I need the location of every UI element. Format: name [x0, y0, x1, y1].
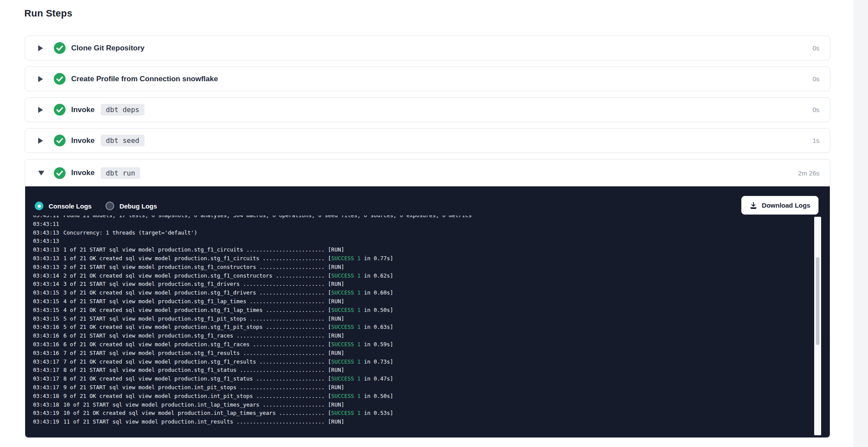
step-label: Clone Git Repository [71, 44, 145, 53]
chevron-down-icon[interactable] [38, 169, 44, 176]
log-line: 03:43:154 of 21 OK created sql view mode… [33, 306, 819, 315]
log-viewport[interactable]: 03:43:11Found 21 models, 17 tests, 0 sna… [33, 215, 819, 432]
log-line: 03:43:178 of 21 OK created sql view mode… [33, 374, 819, 383]
log-line: 03:43:167 of 21 START sql view model pro… [33, 349, 819, 358]
success-check-icon [54, 42, 66, 54]
log-type-tabs: Console Logs Debug Logs [35, 202, 157, 210]
step-duration: 1s [812, 137, 819, 144]
step-label: Create Profile from Connection snowflake [71, 75, 218, 83]
step-row[interactable]: Invoke dbt deps 0s [25, 98, 830, 122]
success-check-icon [54, 73, 66, 85]
step-row[interactable]: Invoke dbt seed 1s [25, 129, 830, 152]
step-command-badge: dbt run [101, 167, 140, 179]
step-duration: 2m 26s [798, 169, 819, 177]
step-duration: 0s [812, 75, 819, 83]
step-command-badge: dbt seed [101, 135, 145, 146]
step-card-dbt-run: Invoke dbt run 2m 26s Console Logs Debug… [25, 159, 830, 438]
log-line: 03:43:131 of 21 OK created sql view mode… [33, 254, 819, 263]
log-scrollbar-track[interactable] [814, 217, 821, 435]
step-command-badge: dbt deps [101, 104, 145, 116]
step-card-dbt-deps: Invoke dbt deps 0s [25, 97, 830, 122]
log-line: 03:43:1911 of 21 START sql view model pr… [33, 417, 819, 426]
debug-logs-radio[interactable] [105, 202, 114, 210]
log-line: 03:43:153 of 21 OK created sql view mode… [33, 288, 819, 297]
console-logs-label: Console Logs [49, 202, 92, 210]
log-line: 03:43:13Concurrency: 1 threads (target='… [33, 228, 819, 237]
step-row[interactable]: Invoke dbt run 2m 26s [25, 159, 830, 186]
log-line: 03:43:1910 of 21 OK created sql view mod… [33, 409, 819, 417]
step-duration: 0s [812, 106, 819, 113]
log-line: 03:43:13 [33, 237, 819, 245]
log-line: 03:43:1810 of 21 START sql view model pr… [33, 401, 819, 409]
chevron-right-icon[interactable] [38, 76, 44, 83]
step-label: Invoke [71, 169, 95, 177]
step-card-clone-git: Clone Git Repository 0s [25, 36, 830, 60]
log-line: 03:43:179 of 21 START sql view model pro… [33, 383, 819, 392]
chevron-right-icon[interactable] [38, 45, 44, 52]
debug-logs-label: Debug Logs [119, 202, 157, 210]
log-line: 03:43:131 of 21 START sql view model pro… [33, 245, 819, 254]
log-line: 03:43:189 of 21 OK created sql view mode… [33, 392, 819, 401]
right-panel-edge [854, 0, 868, 447]
download-logs-label: Download Logs [762, 202, 810, 209]
page-title: Run Steps [24, 8, 72, 19]
console-panel: Console Logs Debug Logs Download Logs [25, 186, 830, 437]
log-line: 03:43:166 of 21 OK created sql view mode… [33, 340, 819, 349]
log-line: 03:43:177 of 21 OK created sql view mode… [33, 358, 819, 366]
step-card-create-profile: Create Profile from Connection snowflake… [25, 66, 830, 91]
download-icon [750, 202, 757, 209]
debug-logs-group: Debug Logs [105, 202, 157, 210]
step-label: Invoke [71, 106, 95, 114]
log-line: 03:43:155 of 21 START sql view model pro… [33, 315, 819, 323]
log-lines: 03:43:11Found 21 models, 17 tests, 0 sna… [33, 215, 819, 426]
log-line: 03:43:178 of 21 START sql view model pro… [33, 366, 819, 374]
log-line: 03:43:142 of 21 OK created sql view mode… [33, 272, 819, 280]
log-line: 03:43:11 [33, 220, 819, 228]
log-scrollbar-thumb[interactable] [816, 257, 819, 345]
step-card-dbt-seed: Invoke dbt seed 1s [25, 128, 830, 153]
log-line: 03:43:143 of 21 START sql view model pro… [33, 280, 819, 288]
run-steps-page: Run Steps Clone Git Repository 0s Create… [0, 0, 868, 447]
log-line: 03:43:166 of 21 START sql view model pro… [33, 331, 819, 340]
step-label: Invoke [71, 136, 95, 145]
run-steps-list: Clone Git Repository 0s Create Profile f… [25, 36, 830, 438]
step-row[interactable]: Clone Git Repository 0s [25, 36, 830, 60]
log-line: 03:43:154 of 21 START sql view model pro… [33, 297, 819, 306]
chevron-right-icon[interactable] [38, 137, 44, 144]
download-logs-button[interactable]: Download Logs [741, 196, 819, 215]
step-duration: 0s [812, 44, 819, 52]
chevron-right-icon[interactable] [38, 106, 44, 113]
console-logs-radio[interactable] [35, 202, 43, 210]
success-check-icon [54, 167, 66, 179]
log-line: 03:43:132 of 21 START sql view model pro… [33, 263, 819, 272]
step-row[interactable]: Create Profile from Connection snowflake… [25, 67, 830, 91]
log-line: 03:43:165 of 21 OK created sql view mode… [33, 323, 819, 331]
success-check-icon [54, 104, 66, 116]
success-check-icon [54, 135, 66, 146]
log-line: 03:43:11Found 21 models, 17 tests, 0 sna… [33, 215, 819, 220]
